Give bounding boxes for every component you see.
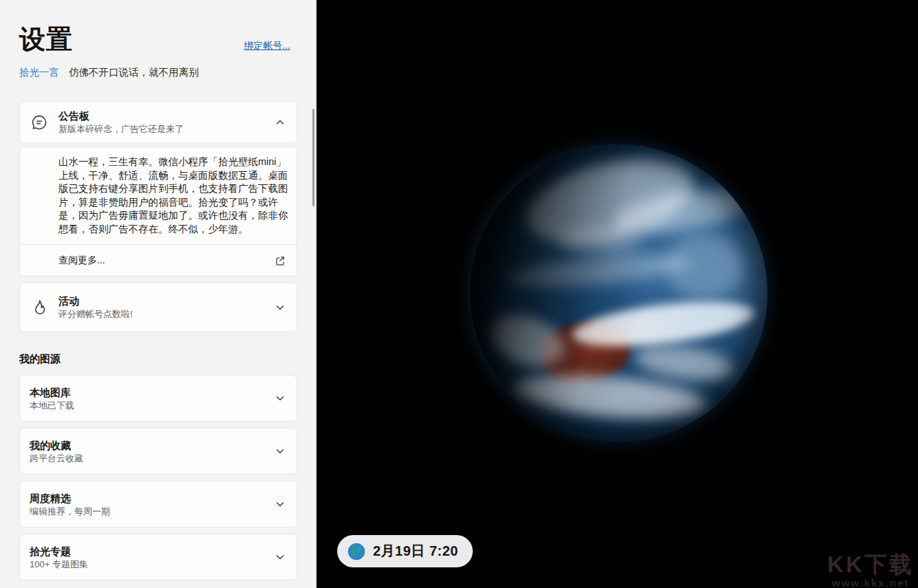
source-card-weekly-picks[interactable]: 周度精选 编辑推荐，每周一期 <box>19 481 297 527</box>
external-link-icon <box>275 255 286 266</box>
source-subtitle: 编辑推荐，每周一期 <box>30 505 275 517</box>
activity-title: 活动 <box>58 294 275 307</box>
source-subtitle: 本地已下载 <box>30 400 275 411</box>
comment-icon <box>30 113 49 132</box>
chevron-down-icon <box>275 552 286 563</box>
watermark-title: KK下载 <box>827 553 914 576</box>
source-title: 拾光专题 <box>30 545 275 558</box>
vertical-scrollbar[interactable] <box>312 109 314 206</box>
watermark-url: www.kkx.net <box>827 578 914 588</box>
hitokoto-quote: 仿佛不开口说话，就不用离别 <box>69 66 199 79</box>
announcement-subtitle: 新版本碎碎念，广告它还是来了 <box>58 123 275 135</box>
earth-image <box>470 144 767 442</box>
settings-panel: 设置 绑定帐号... 拾光一言 仿佛不开口说话，就不用离别 公告板 新版本碎碎念… <box>0 0 317 588</box>
page-header: 设置 绑定帐号... <box>19 23 297 55</box>
read-more-label: 查阅更多... <box>58 254 275 267</box>
watermark: KK下载 www.kkx.net <box>827 553 914 588</box>
announcement-title: 公告板 <box>58 109 275 122</box>
source-subtitle: 跨平台云收藏 <box>30 453 275 464</box>
chevron-down-icon <box>275 446 286 457</box>
hitokoto-row: 拾光一言 仿佛不开口说话，就不用离别 <box>19 66 297 79</box>
bind-account-link[interactable]: 绑定帐号... <box>244 40 290 52</box>
my-sources-header: 我的图源 <box>19 353 297 366</box>
source-subtitle: 100+ 专题图集 <box>30 558 275 570</box>
activity-expander-header[interactable]: 活动 评分赠帐号点数啦! <box>19 282 297 332</box>
read-more-row[interactable]: 查阅更多... <box>20 245 297 276</box>
chevron-down-icon <box>275 302 286 313</box>
hitokoto-link[interactable]: 拾光一言 <box>19 66 59 79</box>
announcement-body-text: 山水一程，三生有幸。微信小程序「拾光壁纸mini」上线，干净、舒适、流畅，与桌面… <box>20 147 297 244</box>
date-time-pill: 2月19日 7:20 <box>337 535 473 567</box>
source-card-topics[interactable]: 拾光专题 100+ 专题图集 <box>19 534 297 580</box>
announcement-expander-header[interactable]: 公告板 新版本碎碎念，广告它还是来了 <box>19 101 297 143</box>
chevron-up-icon <box>275 117 286 128</box>
wallpaper-preview: 2月19日 7:20 KK下载 www.kkx.net <box>317 0 918 588</box>
source-title: 本地图库 <box>30 386 275 399</box>
source-title: 我的收藏 <box>30 439 275 452</box>
announcement-content: 山水一程，三生有幸。微信小程序「拾光壁纸mini」上线，干净、舒适、流畅，与桌面… <box>19 146 297 276</box>
chevron-down-icon <box>275 393 286 404</box>
flame-icon <box>30 298 49 317</box>
source-title: 周度精选 <box>30 492 275 505</box>
globe-icon <box>348 543 365 560</box>
source-card-local-library[interactable]: 本地图库 本地已下载 <box>19 375 297 422</box>
activity-subtitle: 评分赠帐号点数啦! <box>58 308 275 320</box>
source-card-my-favorites[interactable]: 我的收藏 跨平台云收藏 <box>19 428 297 475</box>
date-time-text: 2月19日 7:20 <box>373 542 458 560</box>
chevron-down-icon <box>275 499 286 510</box>
